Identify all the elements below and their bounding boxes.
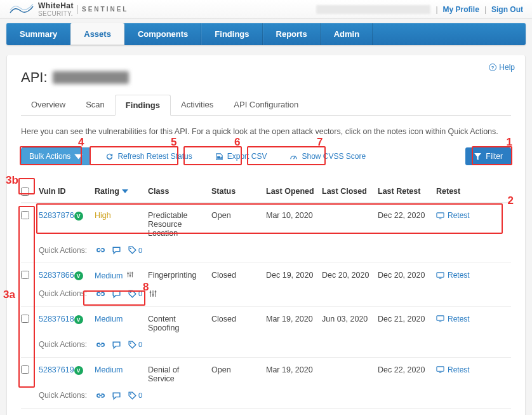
status-cell: Open xyxy=(211,211,266,220)
bulk-actions-button[interactable]: Bulk Actions xyxy=(21,147,91,165)
th-last-retest[interactable]: Last Retest xyxy=(378,187,436,196)
row-select-checkbox[interactable] xyxy=(21,271,29,279)
retest-link[interactable]: Retest xyxy=(436,315,470,323)
select-all-checkbox[interactable] xyxy=(21,187,29,196)
last-closed-cell: Dec 20, 2020 xyxy=(322,271,378,280)
nav-summary[interactable]: Summary xyxy=(6,23,70,45)
topbar-right: | My Profile | Sign Out xyxy=(316,5,523,14)
last-retest-cell: Dec 22, 2020 xyxy=(378,211,436,220)
row-select-checkbox[interactable] xyxy=(21,365,29,374)
retest-link[interactable]: Retest xyxy=(436,271,470,280)
nav-components[interactable]: Components xyxy=(124,23,201,45)
instructions-text: Here you can see the vulnerabilities for… xyxy=(21,127,511,136)
row-select-checkbox[interactable] xyxy=(21,211,29,219)
table-header-row: Vuln ID Rating Class Status Last Opened … xyxy=(21,180,511,203)
topbar-separator: | xyxy=(436,5,437,14)
subtab-api-configuration[interactable]: API Configuration xyxy=(223,95,309,115)
status-cell: Open xyxy=(211,365,266,374)
quick-actions-label: Quick Actions: xyxy=(39,391,87,400)
notes-icon[interactable] xyxy=(112,289,121,299)
subtab-findings[interactable]: Findings xyxy=(115,95,171,116)
notes-icon[interactable] xyxy=(112,391,121,400)
toolbar: Bulk Actions Refresh Retest Status Expor… xyxy=(21,147,511,165)
tuning-icon[interactable] xyxy=(149,289,157,298)
brand-separator xyxy=(77,5,78,14)
vuln-id-link[interactable]: 52837866 xyxy=(39,271,74,280)
subtab-scan[interactable]: Scan xyxy=(76,95,115,115)
quick-actions-label: Quick Actions: xyxy=(39,340,87,349)
last-closed-cell: Jun 03, 2020 xyxy=(322,315,378,323)
cvss-label: Show CVSS Score xyxy=(302,152,366,161)
my-profile-link[interactable]: My Profile xyxy=(443,5,479,14)
verified-badge-icon: V xyxy=(74,315,83,324)
tags-icon[interactable]: 0 xyxy=(128,391,142,400)
subtab-activities[interactable]: Activities xyxy=(171,95,223,115)
class-cell: Fingerprinting xyxy=(148,271,211,280)
export-csv-button[interactable]: Export CSV xyxy=(207,147,276,165)
last-opened-cell: Mar 19, 2020 xyxy=(266,315,322,323)
nav-reports[interactable]: Reports xyxy=(263,23,321,45)
nav-assets[interactable]: Assets xyxy=(70,23,124,45)
export-icon xyxy=(215,153,223,161)
row-select-checkbox[interactable] xyxy=(21,315,29,323)
last-retest-cell: Dec 21, 2020 xyxy=(378,315,436,323)
attack-vectors-icon[interactable] xyxy=(96,245,105,255)
th-last-opened[interactable]: Last Opened xyxy=(266,187,322,196)
svg-text:?: ? xyxy=(491,65,495,71)
main-nav: Summary Assets Components Findings Repor… xyxy=(6,23,526,45)
th-rating[interactable]: Rating xyxy=(95,187,148,196)
monitor-icon xyxy=(436,365,444,374)
export-label: Export CSV xyxy=(227,152,267,161)
notes-icon[interactable] xyxy=(112,245,121,255)
quick-actions-row: Quick Actions:0 xyxy=(21,383,511,400)
subtab-overview[interactable]: Overview xyxy=(21,95,76,115)
callout-3b: 3b xyxy=(6,174,18,187)
brand-sub: SECURITY. xyxy=(38,10,74,17)
help-link[interactable]: ? Help xyxy=(489,63,515,72)
verified-badge-icon: V xyxy=(74,212,83,221)
class-cell: Predictable Resource Location xyxy=(148,211,211,238)
th-vuln-id[interactable]: Vuln ID xyxy=(39,187,95,196)
status-cell: Closed xyxy=(211,271,266,280)
tags-icon[interactable]: 0 xyxy=(128,340,142,350)
monitor-icon xyxy=(436,271,444,280)
monitor-icon xyxy=(436,212,444,220)
th-status[interactable]: Status xyxy=(211,187,266,196)
whitehat-logo-icon xyxy=(9,4,34,15)
rating-cell: High xyxy=(95,211,148,220)
rating-cell: Medium xyxy=(95,315,148,323)
vuln-id-link[interactable]: 52837618 xyxy=(39,315,74,323)
rating-cell: Medium xyxy=(95,365,148,374)
callout-3a: 3a xyxy=(3,289,15,301)
gauge-icon xyxy=(289,153,298,161)
refresh-icon xyxy=(105,153,114,161)
callout-1: 1 xyxy=(507,136,512,149)
topbar-separator: | xyxy=(484,5,486,14)
th-retest[interactable]: Retest xyxy=(436,187,474,196)
tags-icon[interactable]: 0 xyxy=(128,289,142,299)
th-class[interactable]: Class xyxy=(148,187,211,196)
last-retest-cell: Dec 20, 2020 xyxy=(378,271,436,280)
show-cvss-button[interactable]: Show CVSS Score xyxy=(281,147,374,165)
vuln-id-link[interactable]: 52837619 xyxy=(39,365,74,374)
vuln-id-link[interactable]: 52837876 xyxy=(39,211,74,220)
notes-icon[interactable] xyxy=(112,340,121,350)
quick-actions-label: Quick Actions: xyxy=(39,289,87,298)
retest-link[interactable]: Retest xyxy=(436,211,470,220)
refresh-retest-button[interactable]: Refresh Retest Status xyxy=(97,147,200,165)
th-rating-label: Rating xyxy=(95,187,119,196)
sign-out-link[interactable]: Sign Out xyxy=(491,5,523,14)
class-cell: Content Spoofing xyxy=(148,315,211,332)
verified-badge-icon: V xyxy=(74,271,83,280)
filter-button[interactable]: Filter xyxy=(465,147,511,165)
nav-findings[interactable]: Findings xyxy=(201,23,262,45)
attack-vectors-icon[interactable] xyxy=(96,289,105,299)
nav-admin[interactable]: Admin xyxy=(321,23,373,45)
content-card: ? Help API: Overview Scan Findings Activ… xyxy=(6,55,526,415)
attack-vectors-icon[interactable] xyxy=(96,340,105,350)
th-last-closed[interactable]: Last Closed xyxy=(322,187,378,196)
tags-icon[interactable]: 0 xyxy=(128,245,142,255)
last-opened-cell: Mar 10, 2020 xyxy=(266,211,322,220)
retest-link[interactable]: Retest xyxy=(436,365,470,374)
attack-vectors-icon[interactable] xyxy=(96,391,105,400)
